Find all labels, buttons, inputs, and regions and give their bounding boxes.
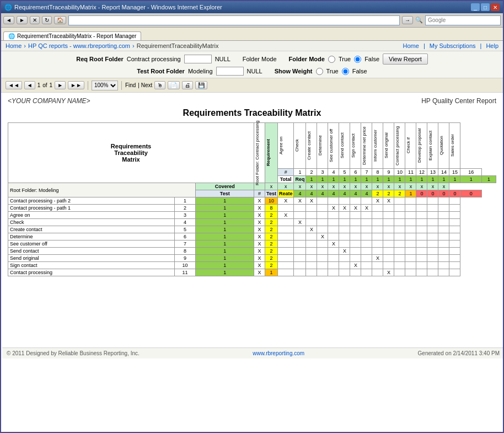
reate-v15: 0 bbox=[449, 190, 460, 197]
col-num-15: 15 bbox=[449, 169, 460, 176]
cov-v9: x bbox=[361, 183, 372, 190]
nav-last-button[interactable]: ►► bbox=[68, 81, 84, 89]
test-cov-2: 8 bbox=[265, 205, 278, 212]
total-v7: 1 bbox=[372, 176, 383, 183]
total-v8: 1 bbox=[383, 176, 394, 183]
toolbar-separator-2 bbox=[121, 81, 122, 90]
col-num-7: 7 bbox=[361, 169, 372, 176]
title-bar: 🌐 RequirementTraceabilityMatrix - Report… bbox=[1, 1, 503, 13]
total-v4: 1 bbox=[339, 176, 350, 183]
col-num-2: 2 bbox=[306, 169, 317, 176]
page-sep: of bbox=[42, 82, 47, 88]
total-v6: 1 bbox=[361, 176, 372, 183]
test-col-header: Test bbox=[196, 190, 254, 197]
page-current: 1 bbox=[37, 82, 41, 88]
true-radio-1[interactable] bbox=[328, 56, 335, 63]
total-v9: 1 bbox=[394, 176, 405, 183]
col-num-5: 5 bbox=[339, 169, 350, 176]
r1c9: X bbox=[372, 197, 383, 205]
footer-copyright: © 2011 Designed by Reliable Business Rep… bbox=[7, 350, 140, 356]
reate-v14: 0 bbox=[438, 190, 449, 197]
breadcrumb-subscriptions[interactable]: My Subscriptions bbox=[430, 42, 476, 49]
true-label-1: True bbox=[339, 56, 351, 62]
col-sign-contact: Sign contact bbox=[350, 123, 361, 169]
table-row: Send original 9 1 X 2 X bbox=[8, 255, 496, 262]
close-button[interactable]: ✕ bbox=[491, 3, 500, 11]
false-label-1: False bbox=[364, 56, 379, 62]
hash-header: # bbox=[277, 169, 294, 176]
ie-tab-icon: 🌐 bbox=[8, 33, 15, 39]
false-label-2: False bbox=[352, 68, 367, 74]
req-root-label: Req Root Folder bbox=[76, 56, 124, 62]
minimize-button[interactable]: _ bbox=[471, 3, 480, 11]
col-send-original: Send original bbox=[383, 123, 394, 169]
breadcrumb: Home › HP QC reports - www.rbreporting.c… bbox=[1, 41, 503, 51]
footer-website[interactable]: www.rbreporting.com bbox=[253, 350, 304, 356]
save-button[interactable]: 💾 bbox=[195, 81, 207, 89]
titlebar-right: _ □ ✕ bbox=[471, 3, 500, 11]
cov-v4: x bbox=[306, 183, 317, 190]
export-button[interactable]: 📄 bbox=[168, 81, 180, 89]
print-button[interactable]: 🖨 bbox=[182, 81, 193, 89]
view-report-button[interactable]: View Report bbox=[383, 54, 428, 65]
cov-v3: x bbox=[294, 183, 306, 190]
r1c11 bbox=[394, 197, 405, 205]
hash-col: # bbox=[254, 190, 265, 197]
nav-prev-button[interactable]: ◄ bbox=[24, 81, 35, 89]
reate-v12: 0 bbox=[416, 190, 427, 197]
back-button[interactable]: ◄ bbox=[3, 16, 14, 24]
table-row: Agree on 3 1 X 2 X bbox=[8, 212, 496, 219]
stop-button[interactable]: ✕ bbox=[30, 16, 40, 24]
company-header: <YOUR COMPANY NAME> HP Quality Center Re… bbox=[8, 97, 496, 105]
col-num-14: 14 bbox=[438, 169, 449, 176]
search-input[interactable] bbox=[425, 15, 501, 25]
table-row: Contact processing - path 2 1 1 X 10 X X… bbox=[8, 197, 496, 205]
col-num-10: 10 bbox=[394, 169, 405, 176]
cov-v11: x bbox=[383, 183, 394, 190]
test-num-2: 2 bbox=[174, 205, 196, 212]
reate-v4: 4 bbox=[328, 190, 339, 197]
r1c12 bbox=[405, 197, 416, 205]
table-row: Contact processing - path 1 2 1 X 8 X X … bbox=[8, 205, 496, 212]
breadcrumb-home[interactable]: Home bbox=[6, 42, 22, 49]
total-v10: 1 bbox=[405, 176, 416, 183]
footer: © 2011 Designed by Reliable Business Rep… bbox=[2, 348, 504, 359]
nav-first-button[interactable]: ◄◄ bbox=[6, 81, 22, 89]
breadcrumb-help[interactable]: Help bbox=[486, 42, 498, 49]
go-button[interactable]: → bbox=[402, 16, 413, 24]
true-radio-2[interactable] bbox=[316, 68, 323, 75]
col-develop: Develop proposal bbox=[416, 123, 427, 169]
null-label-1: NULL bbox=[215, 56, 230, 62]
browser-tab-main[interactable]: 🌐 RequirementTraceabilityMatrix - Report… bbox=[3, 31, 141, 40]
col-determine: Determine bbox=[317, 123, 328, 169]
r1c16 bbox=[449, 197, 460, 205]
col-send-contact: Send contact bbox=[339, 123, 350, 169]
home-button[interactable]: 🏠 bbox=[54, 16, 66, 24]
table-row: Determine 6 1 X 2 X bbox=[8, 233, 496, 240]
matrix-table: RequirementsTraceabilityMatrix Root Fold… bbox=[8, 122, 496, 276]
toolbar: Req Root Folder Contract processing NULL… bbox=[1, 51, 503, 78]
false-radio-1[interactable] bbox=[354, 56, 361, 63]
total-v3: 1 bbox=[328, 176, 339, 183]
breadcrumb-right-home[interactable]: Home bbox=[403, 42, 419, 49]
col-explain: Explain contact bbox=[427, 123, 438, 169]
col-num-12: 12 bbox=[416, 169, 427, 176]
table-row: See customer off 7 1 X 2 X bbox=[8, 240, 496, 248]
zoom-select[interactable]: 100% 75% 125% bbox=[92, 81, 118, 90]
total-v11: 1 bbox=[416, 176, 427, 183]
refresh-button[interactable]: ↻ bbox=[42, 16, 52, 24]
test-req-1: 1 bbox=[196, 197, 254, 205]
col-quotation: Quotation bbox=[438, 123, 449, 169]
nav-icon-button[interactable]: 🖱 bbox=[154, 81, 165, 89]
col-inform-customer: Inform customer bbox=[372, 123, 383, 169]
nav-next-button[interactable]: ► bbox=[55, 81, 66, 89]
null-box-2 bbox=[216, 67, 244, 76]
forward-button[interactable]: ► bbox=[17, 16, 28, 24]
address-input[interactable]: http://localhost/Reports/Pages/Report.as… bbox=[68, 15, 400, 25]
maximize-button[interactable]: □ bbox=[481, 3, 490, 11]
report-type: HP Quality Center Report bbox=[421, 97, 496, 105]
tab-bar: 🌐 RequirementTraceabilityMatrix - Report… bbox=[1, 28, 503, 41]
r1c15 bbox=[438, 197, 449, 205]
breadcrumb-reports[interactable]: HP QC reports - www.rbreporting.com bbox=[28, 42, 130, 49]
false-radio-2[interactable] bbox=[342, 68, 349, 75]
